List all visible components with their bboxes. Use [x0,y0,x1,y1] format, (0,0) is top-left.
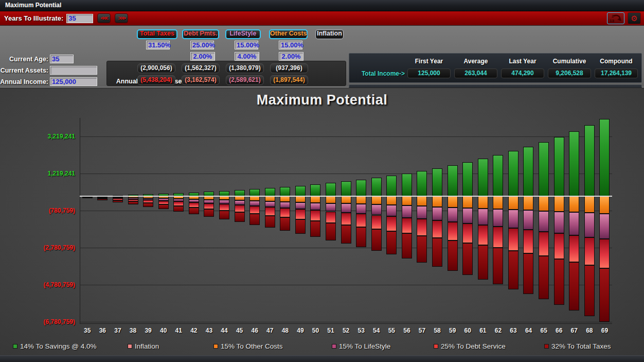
legend-label: 15% To Other Costs [221,342,283,350]
legend-item-other: 15% To Other Costs [213,342,283,350]
savings-bar-segment [554,137,564,196]
step-forward-button[interactable]: >>> [115,13,128,23]
legend-swatch-life [332,344,336,349]
savings-bar-segment [371,178,382,196]
chart-section: Maximum Potential 3,219,2411,219,241(780… [0,88,644,355]
savings-bar-segment [569,131,579,196]
life-bar-segment [310,203,320,211]
x-tick-label: 46 [247,327,262,335]
numbered-report-button[interactable]: 2 13 [607,12,624,24]
total-cost-value: (1,562,327) [182,63,220,73]
taxes-bar-segment [326,223,336,240]
chevrons-right-icon: >>> [118,15,125,21]
savings-bar-segment [417,171,427,196]
debt-bar-segment [219,204,229,210]
category-percent-input[interactable]: 15.00% [279,41,302,49]
annual-cost-increase-input[interactable]: 4.00% [235,52,259,61]
category-button-debt-pmts-[interactable]: Debt Pmts. [182,29,219,39]
category-button-total-taxes[interactable]: Total Taxes [137,29,177,39]
other-bar-segment [265,196,275,201]
savings-bar-segment [310,184,320,196]
life-bar-segment [539,211,549,232]
x-tick-label: 51 [323,327,338,335]
debt-bar-segment [417,219,427,235]
y-tick-label: 1,219,241 [28,170,75,177]
other-bar-segment [386,196,397,205]
savings-bar-segment [539,142,549,196]
taxes-bar-segment [173,206,184,212]
summary-value: 9,206,528 [548,68,591,78]
category-percent-input[interactable]: 25.00% [190,41,214,49]
taxes-bar-segment [143,203,153,207]
other-bar-segment [356,196,366,204]
legend-swatch-taxes [544,344,549,349]
other-bar-segment [493,196,503,209]
years-to-illustrate-input[interactable]: 35 [66,14,93,23]
taxes-bar-segment [97,199,108,200]
total-cost-value: (1,380,979) [226,63,264,73]
other-bar-segment [371,196,382,204]
annual-cost-increase-input[interactable]: 2.00% [190,52,215,61]
taxes-bar-segment [493,248,503,284]
other-bar-segment [310,196,320,203]
category-button-lifestyle[interactable]: LifeStyle [225,29,261,39]
taxes-bar-segment [310,221,320,237]
life-bar-segment [386,205,397,216]
life-bar-segment [432,207,442,220]
savings-bar-segment [402,174,412,196]
legend-item-savings: 14% To Savings @ 4.0% [13,342,97,350]
life-bar-segment [356,204,366,214]
category-percent-input[interactable]: 15.00% [235,41,258,49]
taxes-bar-segment [235,212,245,222]
taxes-bar-segment [448,240,458,271]
x-tick-label: 56 [399,327,415,335]
other-bar-segment [478,196,488,209]
taxes-bar-segment [523,253,533,295]
other-bar-segment [554,196,564,212]
legend-item-inflation: Inflation [128,342,159,350]
current-age-input[interactable]: 35 [50,55,74,63]
power-button[interactable]: ⚙ [628,12,641,24]
y-tick-label: (6,780,759) [28,318,75,325]
debt-bar-segment [569,235,579,262]
legend-label: 15% To LifeStyle [339,342,390,350]
category-percent-input[interactable]: 31.50% [146,41,170,49]
legend-swatch-inflation [128,344,132,349]
debt-bar-segment [158,201,169,204]
life-bar-segment [599,214,610,239]
bottom-strip [0,355,644,362]
taxes-bar-segment [189,208,199,214]
x-tick-label: 48 [278,327,293,335]
annual-cost-increase-input[interactable]: 2.00% [279,52,303,61]
x-tick-label: 40 [156,327,171,335]
other-bar-segment [280,196,290,202]
other-bar-segment [235,196,245,200]
taxes-bar-segment [249,214,260,225]
life-bar-segment [417,206,427,219]
step-back-button[interactable]: <<< [97,13,111,23]
taxes-bar-segment [402,233,412,258]
savings-bar-segment [326,183,336,196]
taxes-bar-segment [432,238,442,266]
life-bar-segment [341,203,351,212]
x-tick-label: 39 [140,327,156,335]
life-bar-segment [326,203,336,212]
x-tick-label: 36 [95,327,111,335]
savings-bar-segment [265,188,275,196]
x-tick-label: 65 [536,327,551,335]
savings-bar-segment [448,165,458,196]
savings-bar-segment [386,176,397,196]
category-button-inflation[interactable]: Inflation [315,29,344,39]
x-tick-label: 54 [369,327,384,335]
x-tick-label: 55 [384,327,400,335]
debt-bar-segment [402,218,412,234]
debt-bar-segment [265,207,275,216]
current-assets-input[interactable] [50,66,97,75]
category-button-other-costs[interactable]: Other Costs [269,29,308,39]
debt-bar-segment [326,212,336,223]
debt-bar-segment [295,209,306,219]
x-tick-label: 64 [521,327,536,335]
life-bar-segment [478,209,488,225]
other-bar-segment [584,196,595,213]
other-bar-segment [295,196,306,202]
